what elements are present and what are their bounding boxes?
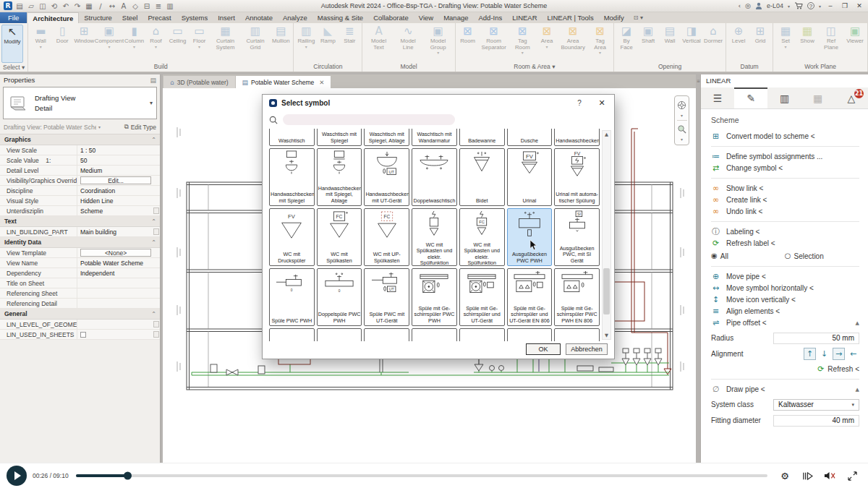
linear-action-define-symbol-assignments[interactable]: ≔Define symbol assignments ...	[711, 151, 859, 162]
ribbon-button-wall[interactable]: ▤Wall	[659, 25, 681, 45]
symbol-tile-waschtisch-mit-spiegel[interactable]: Waschtisch mit Spiegel	[317, 129, 362, 146]
symbol-tile-sp-le-mit-ge-schirrsp-ler-pwc-pwh[interactable]: Spüle mit Ge-schirrspüler PWC PWH	[412, 268, 457, 326]
tab-analyze[interactable]: Analyze	[278, 12, 312, 23]
open-icon[interactable]: ▱	[27, 1, 35, 11]
symbol-tile-wc-mit-up-sp-lkasten[interactable]: FCWC mit UP-Spülkasten	[364, 208, 409, 266]
dropdown-arrow-icon[interactable]: ▾	[198, 45, 200, 48]
ribbon-button-model-group[interactable]: ▣Model Group▾	[423, 25, 454, 54]
video-progress-bar[interactable]	[76, 474, 767, 477]
text-icon[interactable]: A	[119, 1, 128, 11]
scroll-down-icon[interactable]: ▼	[605, 333, 608, 338]
view-tab-3d-potable-water[interactable]: ⌂3D (Potable water)	[163, 76, 235, 88]
ribbon-button-show[interactable]: ▦Show	[796, 25, 818, 45]
ribbon-button-door[interactable]: ▯Door	[51, 25, 73, 45]
tab-annotate[interactable]: Annotate	[240, 12, 278, 23]
ribbon-button-modify[interactable]: ↖Modify	[1, 25, 23, 63]
ribbon-button-component[interactable]: ▣Component▾	[95, 25, 123, 48]
thin-lines-icon[interactable]: ≣	[154, 1, 163, 11]
ribbon-button-tag-area[interactable]: ⊠Tag Area▾	[588, 25, 612, 54]
align-right-button[interactable]: →	[833, 348, 845, 360]
instance-filter[interactable]: Drafting View: Potable Water Scheme	[4, 124, 96, 131]
tab-precast[interactable]: Precast	[142, 12, 176, 23]
ribbon-button-area-boundary[interactable]: ⊠Area Boundary	[558, 25, 588, 51]
symbol-tile-empty[interactable]	[269, 328, 315, 341]
filter-caret-icon[interactable]: ▾	[98, 124, 101, 129]
symbol-tile-wc-mit-sp-lkasten-und-elektr-sp-lfunktion[interactable]: FCWC mit Spülkasten und elektr. Spülfunk…	[459, 208, 505, 266]
redo-icon[interactable]: ↷	[73, 1, 82, 11]
dropdown-arrow-icon[interactable]: ▾	[785, 45, 787, 48]
ribbon-button-area[interactable]: ⊠Area▾	[536, 25, 558, 48]
symbol-tile-empty[interactable]	[317, 328, 362, 341]
symbol-tile-sp-le-pwc-mit-ut-ger-t[interactable]: UTSpüle PWC mit UT-Gerät	[364, 268, 409, 326]
linear-action-create-link[interactable]: ∞Create link <	[711, 194, 859, 205]
symbol-tile-bidet[interactable]: Bidet	[459, 148, 505, 206]
ribbon-button-column[interactable]: ▮Column▾	[124, 25, 145, 48]
symbol-tile-handwaschbecken-mit-spiegel[interactable]: Handwaschbecken mit Spiegel	[269, 148, 315, 206]
section-icon[interactable]: ⊟	[142, 1, 151, 11]
collapse-draw-pipe-icon[interactable]: ▲	[856, 387, 859, 393]
modify-options-icon[interactable]: ⊡ ▾	[629, 12, 647, 23]
linear-action-change-symbol[interactable]: ⇄Change symbol <	[711, 163, 859, 174]
symbol-tile-ausgu-becken-pwc-mit-si-ger-t[interactable]: SIAusgußbecken PWC, mit SI Gerät	[554, 208, 600, 266]
type-selector[interactable]: Drafting View Detail ▾	[3, 87, 157, 119]
dialog-title-bar[interactable]: Select symbol ? ✕	[263, 95, 614, 111]
collapse-section-icon[interactable]: ⌃	[151, 137, 156, 143]
ribbon-button-railing[interactable]: ▥Railing▾	[295, 25, 317, 48]
view-tab-potable-water-scheme[interactable]: ▤Potable Water Scheme✕	[236, 76, 331, 88]
property-value-button[interactable]: Edit...	[80, 176, 151, 184]
edit-type-button[interactable]: ⧉ Edit Type	[124, 123, 156, 131]
measure-icon[interactable]: ∕	[96, 1, 105, 11]
cancel-button[interactable]: Abbrechen	[566, 343, 608, 355]
tab-file[interactable]: File	[0, 12, 27, 23]
linear-action-undo-link[interactable]: ∞Undo link <	[711, 206, 859, 217]
ribbon-button-curtain-system[interactable]: ▦Curtain System	[210, 25, 241, 51]
ribbon-button-roof[interactable]: ⌂Roof▾	[145, 25, 167, 48]
dropdown-arrow-icon[interactable]: ▾	[133, 45, 135, 48]
scrollbar-thumb[interactable]	[603, 268, 610, 314]
linear-action-move-icon-vertically[interactable]: ↕Move icon vertically <	[711, 294, 859, 305]
linear-action-pipe-offset[interactable]: ⇌ Pipe offset < ▲	[711, 317, 859, 328]
symbol-search-input[interactable]	[283, 114, 455, 125]
system-class-select[interactable]: Kaltwasser ▾	[773, 399, 859, 411]
ribbon-button-room-separator[interactable]: ⊠Room Separator	[479, 25, 509, 51]
symbol-tile-urinal[interactable]: FVUrinal	[507, 148, 553, 206]
tab-structure[interactable]: Structure	[79, 12, 117, 23]
radius-input[interactable]: 50 mm	[773, 333, 859, 344]
cart-icon[interactable]	[794, 2, 803, 9]
symbol-tile-empty[interactable]	[412, 328, 457, 341]
property-value-button[interactable]: <None>	[80, 249, 151, 257]
linear-action-show-link[interactable]: ∞Show link <	[711, 183, 859, 194]
linear-tab-edit[interactable]: ✎	[734, 87, 767, 108]
symbol-tile-empty[interactable]	[364, 328, 409, 341]
user-menu-caret-icon[interactable]: ▾	[788, 4, 790, 9]
collapse-pipe-offset-icon[interactable]: ▲	[856, 320, 859, 326]
collapse-section-icon[interactable]: ⌃	[151, 218, 156, 225]
scroll-up-icon[interactable]: ▲	[605, 132, 608, 137]
close-view-tab-icon[interactable]: ✕	[319, 79, 324, 86]
tab-manage[interactable]: Manage	[438, 12, 473, 23]
dropdown-arrow-icon[interactable]: ▾	[437, 51, 439, 54]
radio-all[interactable]: ◉	[711, 252, 718, 260]
tab-add-ins[interactable]: Add-Ins	[474, 12, 508, 23]
back-icon[interactable]: ‹	[738, 2, 741, 9]
3d-view-icon[interactable]: ◇	[131, 1, 140, 11]
ribbon-button-model-line[interactable]: ∿Model Line	[393, 25, 423, 51]
tab-view[interactable]: View	[414, 12, 438, 23]
fitting-diameter-input[interactable]: 40 mm	[773, 415, 859, 427]
revit-logo[interactable]: R	[4, 1, 12, 10]
ribbon-button-viewer[interactable]: ▣Viewer	[844, 25, 866, 45]
dropdown-arrow-icon[interactable]: ▾	[40, 45, 42, 48]
ribbon-button-by-face[interactable]: ◪By Face	[616, 25, 637, 51]
ok-button[interactable]: OK	[526, 343, 561, 355]
dropdown-arrow-icon[interactable]: ▾	[599, 51, 601, 54]
tab-modify[interactable]: Modify	[599, 12, 629, 23]
linear-tab-library[interactable]: ▥	[767, 87, 801, 108]
ribbon-button-level[interactable]: ⊕Level	[728, 25, 749, 45]
dialog-close-icon[interactable]: ✕	[596, 98, 608, 108]
property-section-graphics[interactable]: Graphics⌃	[0, 134, 160, 145]
property-section-text[interactable]: Text⌃	[0, 216, 160, 227]
ribbon-button-shaft[interactable]: ▣Shaft	[637, 25, 659, 45]
associate-parameter-box[interactable]	[153, 331, 159, 338]
dialog-help-icon[interactable]: ?	[574, 99, 584, 107]
mute-icon[interactable]	[824, 470, 835, 481]
